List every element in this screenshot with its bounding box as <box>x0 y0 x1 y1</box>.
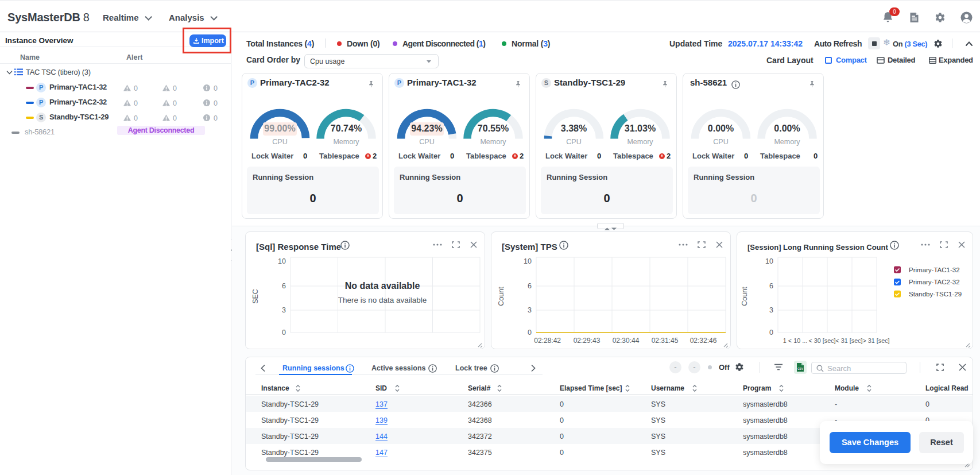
svg-text:0: 0 <box>214 84 218 92</box>
svg-text:< 31 [sec]: < 31 [sec] <box>835 337 862 344</box>
svg-text:02:28:42: 02:28:42 <box>534 337 561 345</box>
svg-text:0: 0 <box>282 329 286 337</box>
svg-text:0: 0 <box>769 329 773 337</box>
svg-text:6: 6 <box>282 282 286 290</box>
svg-text:SEC: SEC <box>251 289 259 304</box>
svg-text:Primary-TAC2-32: Primary-TAC2-32 <box>909 279 960 285</box>
svg-text:02:30:44: 02:30:44 <box>613 337 640 345</box>
svg-text:02:29:43: 02:29:43 <box>574 337 601 345</box>
svg-text:02:31:45: 02:31:45 <box>652 337 679 345</box>
svg-text:1 < 10 ...: 1 < 10 ... <box>783 337 807 344</box>
svg-text:3: 3 <box>282 306 286 314</box>
svg-text:0: 0 <box>134 99 138 107</box>
svg-text:Standby-TSC1-29: Standby-TSC1-29 <box>909 291 962 298</box>
svg-text:> 31 [sec]: > 31 [sec] <box>862 337 889 344</box>
svg-text:0: 0 <box>214 114 218 122</box>
svg-text:10: 10 <box>524 257 532 265</box>
svg-text:< 30 [sec]: < 30 [sec] <box>808 337 835 344</box>
svg-text:Primary-TAC1-32: Primary-TAC1-32 <box>909 267 960 273</box>
svg-text:10: 10 <box>278 257 286 265</box>
svg-text:10: 10 <box>765 257 773 265</box>
svg-text:0: 0 <box>173 99 177 107</box>
svg-text:0: 0 <box>214 99 218 107</box>
svg-text:Count: Count <box>741 287 749 306</box>
svg-text:0: 0 <box>173 114 177 122</box>
svg-text:6: 6 <box>528 282 532 290</box>
svg-text:02:32:46: 02:32:46 <box>690 337 717 345</box>
svg-text:Count: Count <box>497 287 505 306</box>
svg-text:0: 0 <box>173 84 177 92</box>
svg-text:0: 0 <box>134 114 138 122</box>
svg-text:0: 0 <box>528 329 532 337</box>
svg-text:CSV: CSV <box>797 368 803 370</box>
svg-text:6: 6 <box>769 282 773 290</box>
svg-text:3: 3 <box>528 306 532 314</box>
svg-text:0: 0 <box>134 84 138 92</box>
svg-text:3: 3 <box>769 306 773 314</box>
